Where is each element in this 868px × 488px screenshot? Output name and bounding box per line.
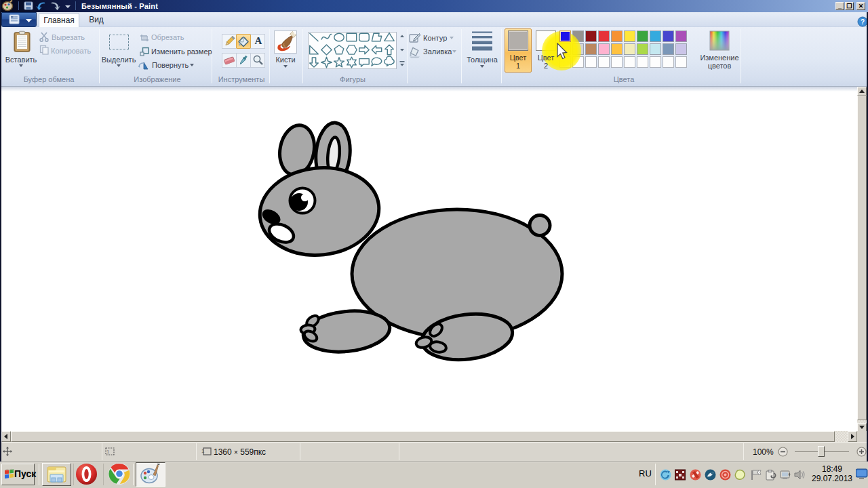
svg-text:?: ? (861, 18, 865, 26)
svg-text:1: 1 (201, 448, 205, 454)
svg-text:1: 1 (106, 449, 110, 455)
